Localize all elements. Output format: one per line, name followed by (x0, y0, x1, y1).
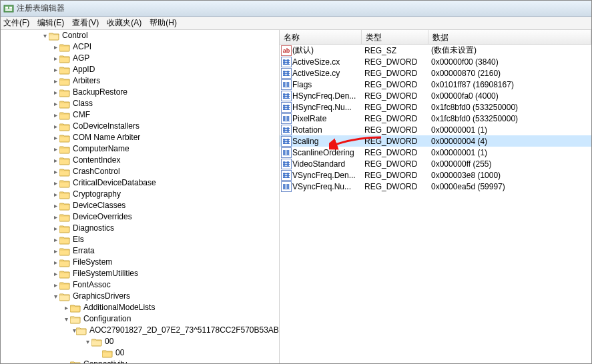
collapse-icon[interactable]: ▾ (62, 315, 70, 323)
expand-icon[interactable]: ▸ (51, 270, 59, 278)
string-value-icon (281, 45, 292, 56)
expand-icon[interactable]: ▸ (51, 111, 59, 119)
tree-node[interactable]: ▸BackupRestore (51, 87, 279, 98)
column-header-type[interactable]: 类型 (362, 30, 428, 44)
tree-node[interactable]: ▸COM Name Arbiter (51, 132, 279, 143)
expand-icon[interactable]: ▸ (51, 55, 59, 63)
folder-icon (91, 337, 102, 347)
value-row[interactable]: HSyncFreq.Nu...REG_DWORD0x1fc8bfd0 (5332… (280, 101, 591, 113)
value-row[interactable]: FlagsREG_DWORD0x0101ff87 (16908167) (280, 79, 591, 90)
expand-icon[interactable]: ▸ (51, 247, 59, 255)
tree-node[interactable]: ▸Els (51, 234, 279, 245)
collapse-icon[interactable]: ▾ (41, 32, 49, 40)
value-name: PixelRate (292, 114, 326, 123)
value-data: 0x0000ea5d (59997) (428, 182, 591, 191)
value-data: 0x000000ff (255) (428, 159, 591, 169)
dword-value-icon (281, 181, 292, 192)
tree-node[interactable]: ▸CriticalDeviceDatabase (51, 177, 279, 189)
expand-icon[interactable]: ▸ (51, 123, 59, 131)
tree-node[interactable]: ▸DeviceOverrides (51, 211, 279, 223)
value-name: ActiveSize.cx (292, 57, 340, 67)
expand-icon[interactable]: ▸ (51, 259, 59, 267)
tree-node[interactable]: ▸FileSystemUtilities (51, 268, 279, 279)
value-row[interactable]: VSyncFreq.Den...REG_DWORD0x000003e8 (100… (280, 169, 591, 181)
expand-icon[interactable]: ▸ (51, 179, 59, 187)
tree-node[interactable]: ▸Arbiters (51, 75, 279, 87)
folder-icon (70, 303, 81, 313)
tree-node[interactable]: ▸AdditionalModeLists (62, 302, 279, 313)
expand-icon[interactable]: ▸ (51, 157, 59, 165)
value-row[interactable]: ScalingREG_DWORD0x00000004 (4) (280, 135, 591, 147)
tree-node[interactable]: ▸AppID (51, 64, 279, 75)
value-data: 0x00000f00 (3840) (428, 57, 591, 67)
expand-icon[interactable]: ▸ (51, 100, 59, 108)
tree-node[interactable]: ▸Diagnostics (51, 223, 279, 234)
tree-node[interactable]: ▸ComputerName (51, 143, 279, 155)
column-header-name[interactable]: 名称 (280, 30, 362, 44)
expand-icon[interactable]: ▸ (51, 236, 59, 244)
expand-icon[interactable]: ▸ (51, 43, 59, 51)
tree-scroll[interactable]: ▾Control▸ACPI▸AGP▸AppID▸Arbiters▸BackupR… (1, 30, 279, 363)
menu-fav[interactable]: 收藏夹(A) (107, 17, 141, 29)
tree-node[interactable]: ▸Class (51, 98, 279, 109)
tree-node[interactable]: ▾Configuration (62, 313, 279, 325)
menu-view[interactable]: 查看(V) (72, 17, 99, 29)
value-row[interactable]: ActiveSize.cyREG_DWORD0x00000870 (2160) (280, 67, 591, 79)
value-name: Scaling (292, 137, 318, 146)
tree-node[interactable]: ▾GraphicsDrivers (51, 291, 279, 302)
svg-rect-3 (5, 9, 12, 11)
tree-node[interactable]: ▸ContentIndex (51, 155, 279, 166)
tree-node[interactable]: ▸FileSystem (51, 257, 279, 268)
expand-icon[interactable]: ▸ (62, 304, 70, 312)
value-row[interactable]: PixelRateREG_DWORD0x1fc8bfd0 (533250000) (280, 113, 591, 124)
expand-icon[interactable]: ▸ (51, 145, 59, 153)
folder-icon (59, 111, 70, 120)
expand-icon[interactable]: ▸ (51, 77, 59, 85)
column-header-data[interactable]: 数据 (428, 30, 591, 44)
value-row[interactable]: VideoStandardREG_DWORD0x000000ff (255) (280, 158, 591, 169)
tree-node[interactable]: ▸Cryptography (51, 189, 279, 200)
menu-edit[interactable]: 编辑(E) (37, 17, 64, 29)
value-type: REG_DWORD (362, 148, 428, 157)
expand-icon[interactable]: ▸ (51, 202, 59, 210)
collapse-icon[interactable]: ▾ (83, 338, 91, 346)
tree-node[interactable]: ▸AGP (51, 53, 279, 64)
tree-node[interactable]: ▸ACPI (51, 41, 279, 53)
folder-icon (59, 65, 70, 75)
tree-node[interactable]: ▸FontAssoc (51, 279, 279, 291)
value-row[interactable]: ScanlineOrderingREG_DWORD0x00000001 (1) (280, 147, 591, 158)
tree-node[interactable]: ▸CrashControl (51, 166, 279, 177)
value-row[interactable]: ActiveSize.cxREG_DWORD0x00000f00 (3840) (280, 56, 591, 67)
menu-file[interactable]: 文件(F) (3, 17, 29, 29)
collapse-icon[interactable]: ▾ (51, 293, 59, 301)
dword-value-icon (281, 57, 292, 67)
tree-node[interactable]: ▸Connectivity (62, 359, 279, 363)
tree-node[interactable]: ·00 (94, 347, 279, 359)
expand-icon[interactable]: ▸ (51, 134, 59, 142)
value-type: REG_DWORD (362, 137, 428, 146)
expand-icon[interactable]: ▸ (51, 66, 59, 74)
value-row[interactable]: HSyncFreq.Den...REG_DWORD0x00000fa0 (400… (280, 90, 591, 101)
tree-node[interactable]: ▾Control (41, 30, 279, 41)
expand-icon[interactable]: ▸ (51, 281, 59, 289)
tree-node-label: Configuration (82, 313, 132, 325)
expand-icon[interactable]: ▸ (51, 225, 59, 233)
menu-help[interactable]: 帮助(H) (150, 17, 177, 29)
value-row[interactable]: VSyncFreq.Nu...REG_DWORD0x0000ea5d (5999… (280, 181, 591, 192)
tree-node[interactable]: ▾00 (83, 336, 279, 347)
tree-node[interactable]: ▸DeviceClasses (51, 200, 279, 211)
tree-node-label: FileSystem (71, 257, 113, 268)
folder-icon (70, 315, 81, 324)
tree-node[interactable]: ▸CMF (51, 109, 279, 121)
value-row[interactable]: RotationREG_DWORD0x00000001 (1) (280, 124, 591, 135)
expand-icon[interactable]: ▸ (51, 191, 59, 199)
tree-node[interactable]: ▾AOC27901827_2D_07E2_73^51178CC2F570B53A… (73, 325, 279, 336)
value-row[interactable]: (默认)REG_SZ(数值未设置) (280, 45, 591, 56)
expand-icon[interactable]: ▸ (51, 213, 59, 221)
folder-icon (59, 43, 70, 52)
expand-icon[interactable]: ▸ (51, 89, 59, 97)
tree-node[interactable]: ▸Errata (51, 245, 279, 257)
expand-icon[interactable]: ▸ (62, 361, 70, 364)
tree-node[interactable]: ▸CoDeviceInstallers (51, 121, 279, 132)
expand-icon[interactable]: ▸ (51, 168, 59, 176)
